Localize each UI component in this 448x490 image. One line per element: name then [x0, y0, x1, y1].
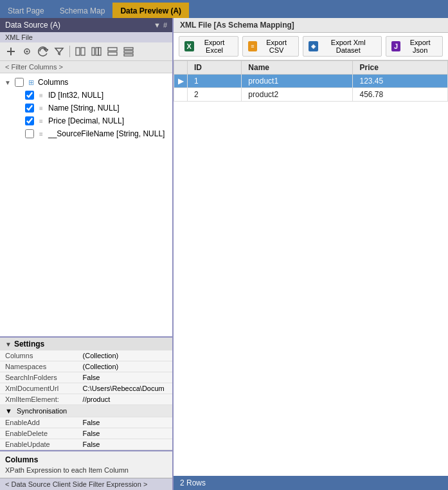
export-json-button[interactable]: J Export Json	[386, 36, 443, 57]
sync-expand-icon[interactable]: ▼	[5, 407, 12, 415]
header-indicator	[174, 61, 188, 75]
prop-val-search: False	[78, 372, 172, 383]
prop-val-enabledelete: False	[78, 428, 172, 439]
prop-key-enableupdate: EnableUpdate	[0, 439, 78, 450]
main-layout: Data Source (A) ▼ # XML File	[0, 18, 448, 490]
panel-titlebar: Data Source (A) ▼ #	[0, 18, 172, 32]
prop-row-enableupdate: EnableUpdate False	[0, 439, 172, 450]
toolbar-separator-1	[69, 46, 70, 57]
expand-icon-root[interactable]: ▼	[3, 79, 13, 86]
prop-row-enableadd: EnableAdd False	[0, 417, 172, 428]
col-header-price[interactable]: Price	[353, 61, 448, 75]
prop-row-enabledelete: EnableDelete False	[0, 428, 172, 439]
tree-label-id: ID [Int32, NULL]	[48, 91, 103, 100]
columns4-button[interactable]	[121, 44, 136, 59]
checkbox-id[interactable]	[25, 91, 34, 100]
export-csv-button[interactable]: ≡ Export CSV	[242, 36, 300, 57]
info-desc: XPath Expression to each Item Column	[5, 466, 167, 474]
prop-row-search: SearchInFolders False	[0, 372, 172, 383]
row-arrow-1: ▶	[174, 75, 188, 88]
tree-label-price: Price [Decimal, NULL]	[48, 116, 124, 125]
checkbox-source[interactable]	[25, 129, 34, 138]
bottom-statusbar-left: < Data Source Client Side Filter Express…	[0, 478, 172, 490]
pin-icon[interactable]: ▼	[154, 21, 161, 29]
prop-row-xmlitem: XmlItemElement: //product	[0, 394, 172, 405]
columns3-button[interactable]	[105, 44, 120, 59]
hash-icon[interactable]: #	[163, 21, 167, 29]
tree-item-price[interactable]: ≡ Price [Decimal, NULL]	[10, 114, 172, 127]
add-button[interactable]	[4, 44, 18, 59]
root-checkbox[interactable]	[15, 78, 24, 87]
cell-name-1: product1	[242, 75, 353, 88]
prop-val-xmlitem: //product	[78, 394, 172, 405]
prop-section-sync: ▼ Synchronisation	[0, 405, 172, 417]
checkbox-price[interactable]	[25, 116, 34, 125]
col-header-id[interactable]: ID	[188, 61, 242, 75]
tree-area: ▼ ⊞ Columns ≡ ID [Int32, NULL] ≡ Name [S…	[0, 73, 172, 336]
prop-val-enableadd: False	[78, 417, 172, 428]
tab-preview[interactable]: Data Preview (A)	[112, 3, 189, 18]
refresh-button[interactable]	[36, 44, 50, 59]
prop-key-search: SearchInFolders	[0, 372, 78, 383]
tree-root[interactable]: ▼ ⊞ Columns	[0, 76, 172, 89]
tree-root-label: Columns	[38, 78, 68, 87]
info-title: Columns	[5, 455, 167, 464]
col-header-name[interactable]: Name	[242, 61, 353, 75]
data-table-area: ID Name Price ▶ 1 product1 123.45	[174, 60, 448, 476]
cell-id-1: 1	[188, 75, 242, 88]
prop-key-xmlitem: XmlItemElement:	[0, 394, 78, 405]
prop-val-columns: (Collection)	[78, 350, 172, 361]
svg-rect-1	[10, 48, 12, 55]
props-expand-icon[interactable]: ▼	[5, 341, 12, 348]
prop-val-namespaces: (Collection)	[78, 361, 172, 372]
export-excel-label: Export Excel	[197, 39, 233, 54]
tree-label-source: __SourceFileName [String, NULL]	[48, 129, 165, 138]
svg-rect-12	[124, 51, 133, 53]
tree-item-name[interactable]: ≡ Name [String, NULL]	[10, 102, 172, 114]
tab-schema[interactable]: Schema Map	[52, 3, 113, 18]
right-statusbar: 2 Rows	[174, 476, 448, 490]
filter-button[interactable]	[52, 44, 66, 59]
prop-val-xmldoc: C:\Users\Rebecca\Docum	[78, 383, 172, 394]
columns2-button[interactable]	[89, 44, 103, 59]
prop-row-namespaces: Namespaces (Collection)	[0, 361, 172, 372]
prop-row-columns: Columns (Collection)	[0, 350, 172, 361]
filter-bar[interactable]: < Filter Columns >	[0, 61, 172, 73]
top-tab-bar: Start Page Schema Map Data Preview (A)	[0, 0, 448, 18]
table-row[interactable]: ▶ 1 product1 123.45	[174, 75, 448, 88]
svg-rect-9	[108, 48, 117, 51]
view-button[interactable]	[20, 44, 34, 59]
tree-item-id[interactable]: ≡ ID [Int32, NULL]	[10, 89, 172, 102]
svg-rect-11	[124, 48, 133, 50]
tree-label-name: Name [String, NULL]	[48, 104, 120, 113]
prop-row-xmldoc: XmlDocumentUrl C:\Users\Rebecca\Docum	[0, 383, 172, 394]
export-xml-button[interactable]: ◈ Export Xml Dataset	[303, 36, 382, 57]
json-icon: J	[391, 41, 401, 51]
data-table: ID Name Price ▶ 1 product1 123.45	[174, 60, 448, 102]
svg-rect-5	[81, 48, 85, 55]
field-icon-2: ≡	[36, 103, 46, 113]
svg-rect-10	[108, 52, 117, 55]
left-panel: Data Source (A) ▼ # XML File	[0, 18, 174, 490]
export-toolbar: X Export Excel ≡ Export CSV ◈ Export Xml…	[174, 33, 448, 60]
prop-sync-header: ▼ Synchronisation	[0, 405, 172, 417]
export-excel-button[interactable]: X Export Excel	[179, 36, 238, 57]
prop-key-enableadd: EnableAdd	[0, 417, 78, 428]
tree-item-source[interactable]: ≡ __SourceFileName [String, NULL]	[10, 127, 172, 140]
cell-price-1: 123.45	[353, 75, 448, 88]
prop-key-namespaces: Namespaces	[0, 361, 78, 372]
prop-key-columns: Columns	[0, 350, 78, 361]
right-content: XML File [As Schema Mapping] X Export Ex…	[174, 18, 448, 476]
checkbox-name[interactable]	[25, 104, 34, 113]
tab-start[interactable]: Start Page	[0, 3, 52, 18]
table-row[interactable]: 2 product2 456.78	[174, 88, 448, 102]
prop-key-xmldoc: XmlDocumentUrl	[0, 383, 78, 394]
svg-rect-7	[96, 48, 98, 55]
prop-key-enabledelete: EnableDelete	[0, 428, 78, 439]
field-icon-1: ≡	[36, 90, 46, 100]
cell-price-2: 456.78	[353, 88, 448, 102]
field-icon-3: ≡	[36, 116, 46, 126]
csv-icon: ≡	[248, 41, 258, 51]
columns1-button[interactable]	[73, 44, 87, 59]
svg-rect-6	[92, 48, 94, 55]
